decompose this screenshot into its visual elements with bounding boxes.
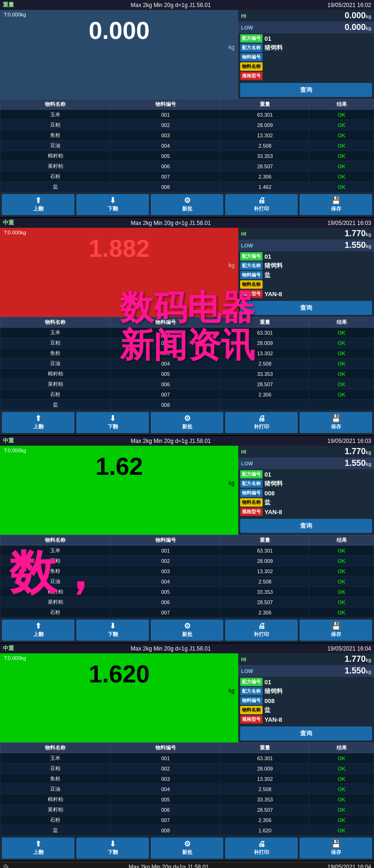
action-button-2[interactable]: ⚙新批: [151, 194, 223, 215]
button-icon: ⚙: [184, 840, 191, 848]
panel-4: 中重 Max 2kg Min 20g d=1g J1.58.01 19/05/2…: [0, 644, 374, 861]
weight-value: 0.000: [4, 17, 235, 44]
action-button-3[interactable]: 🖨补打印: [225, 838, 298, 859]
right-panel: HI 1.770kg LOW 1.550kg 配方编号 01 配方名称 猪饲料 …: [238, 653, 374, 742]
table-cell: 棉籽粕: [0, 587, 110, 597]
info-value-0: 01: [264, 471, 271, 478]
table-header: 物料名称: [0, 99, 110, 110]
button-label: 新批: [182, 423, 192, 430]
action-button-1[interactable]: ⬇下翻: [76, 194, 149, 215]
table-cell: OK: [309, 328, 374, 338]
table-cell: OK: [309, 597, 374, 607]
info-badge-1: 配方名称: [240, 262, 263, 270]
table-cell: OK: [309, 338, 374, 348]
button-label: 新批: [182, 849, 192, 856]
button-label: 新批: [182, 205, 192, 212]
low-row: LOW 1.550kg: [238, 665, 374, 677]
info-value-1: 猪饲料: [264, 687, 283, 696]
info-badge-3: 物料名称: [240, 706, 263, 714]
query-button[interactable]: 查询: [240, 301, 372, 315]
table-cell: 001: [110, 546, 220, 556]
table-row: 鱼粉00313.302OK: [0, 566, 374, 576]
table-cell: OK: [309, 359, 374, 369]
action-button-1[interactable]: ⬇下翻: [76, 838, 149, 859]
table-row: 鱼粉00313.302OK: [0, 348, 374, 359]
table-cell: 28.009: [220, 763, 309, 774]
action-button-3[interactable]: 🖨补打印: [225, 194, 298, 215]
info-value-0: 01: [264, 253, 271, 260]
action-button-4[interactable]: 💾保存: [300, 412, 372, 433]
main-display: T:0.000kg 0.000 kg HI 0.000kg LOW 0.000k…: [0, 10, 374, 99]
action-button-1[interactable]: ⬇下翻: [76, 412, 149, 433]
action-button-0[interactable]: ⬆上翻: [2, 620, 74, 641]
button-label: 保存: [331, 631, 341, 638]
table-cell: 004: [110, 576, 220, 587]
table-section: 物料名称物料编号重量结果玉米00163.301OK豆粕00228.009OK鱼粉…: [0, 742, 374, 836]
bottom-status-bar: 🔌 Max 2kg Min 20g d=1g J1.58.01 19/05/20…: [0, 861, 374, 868]
button-icon: ⬇: [110, 622, 116, 630]
top-bar: 中重 Max 2kg Min 20g d=1g J1.58.01 19/05/2…: [0, 644, 374, 653]
table-cell: OK: [309, 110, 374, 120]
table-cell: 玉米: [0, 110, 110, 120]
table-header: 物料编号: [110, 317, 220, 328]
button-label: 上翻: [33, 205, 44, 212]
table-cell: 33.353: [220, 587, 309, 597]
table-row: 玉米00163.301OK: [0, 753, 374, 763]
query-button[interactable]: 查询: [240, 726, 372, 741]
table-cell: 002: [110, 556, 220, 566]
low-value: 1.550kg: [345, 666, 371, 676]
table-cell: 001: [110, 753, 220, 763]
button-label: 下翻: [108, 423, 118, 430]
info-value-4: YAN-8: [264, 509, 282, 516]
table-cell: 豆粕: [0, 763, 110, 774]
query-button[interactable]: 查询: [240, 83, 372, 97]
info-row-4: 规格型号: [240, 72, 372, 80]
table-cell: 2.508: [220, 784, 309, 794]
table-row: 棉籽粕00533.353OK: [0, 369, 374, 379]
table-cell: 13.302: [220, 130, 309, 141]
action-button-2[interactable]: ⚙新批: [151, 620, 223, 641]
top-bar: 中重 Max 2kg Min 20g d=1g J1.58.01 19/05/2…: [0, 218, 374, 228]
action-button-2[interactable]: ⚙新批: [151, 838, 223, 859]
bottom-right: 19/05/2021 16:04: [328, 864, 371, 868]
action-button-0[interactable]: ⬆上翻: [2, 412, 74, 433]
info-value-4: YAN-8: [264, 291, 282, 298]
action-button-4[interactable]: 💾保存: [300, 838, 372, 859]
top-bar-center: Max 2kg Min 20g d=1g J1.58.01: [131, 2, 211, 8]
table-cell: 003: [110, 566, 220, 576]
low-label: LOW: [241, 461, 253, 466]
table-cell: 盐: [0, 400, 110, 410]
weight-value: 1.882: [4, 235, 235, 262]
table-cell: 63.301: [220, 753, 309, 763]
info-row-0: 配方编号 01: [240, 34, 372, 43]
table-cell: 005: [110, 587, 220, 597]
action-button-0[interactable]: ⬆上翻: [2, 194, 74, 215]
action-button-3[interactable]: 🖨补打印: [225, 412, 298, 433]
table-cell: 菜籽粕: [0, 597, 110, 607]
table-cell: 2.508: [220, 576, 309, 587]
action-button-0[interactable]: ⬆上翻: [2, 838, 74, 859]
query-button[interactable]: 查询: [240, 519, 372, 533]
info-badge-2: 物料编号: [240, 489, 263, 497]
button-label: 上翻: [33, 631, 44, 638]
table-cell: 002: [110, 338, 220, 348]
table-cell: 菜籽粕: [0, 161, 110, 172]
action-button-1[interactable]: ⬇下翻: [76, 620, 149, 641]
button-icon: ⚙: [184, 622, 191, 630]
info-badge-0: 配方编号: [240, 34, 263, 43]
table-row: 盐008: [0, 400, 374, 410]
action-button-4[interactable]: 💾保存: [300, 620, 372, 641]
table-header: 结果: [309, 743, 374, 753]
button-icon: ⬆: [35, 197, 41, 204]
action-button-4[interactable]: 💾保存: [300, 194, 372, 215]
action-button-2[interactable]: ⚙新批: [151, 412, 223, 433]
low-label: LOW: [241, 668, 253, 674]
table-cell: OK: [309, 763, 374, 774]
table-row: 棉籽粕00533.353OK: [0, 151, 374, 161]
bottom-buttons: ⬆上翻⬇下翻⚙新批🖨补打印💾保存: [0, 410, 374, 435]
table-cell: 2.306: [220, 815, 309, 825]
action-button-3[interactable]: 🖨补打印: [225, 620, 298, 641]
table-header: 物料编号: [110, 535, 220, 546]
table-cell: 石粉: [0, 172, 110, 182]
table-cell: OK: [309, 587, 374, 597]
